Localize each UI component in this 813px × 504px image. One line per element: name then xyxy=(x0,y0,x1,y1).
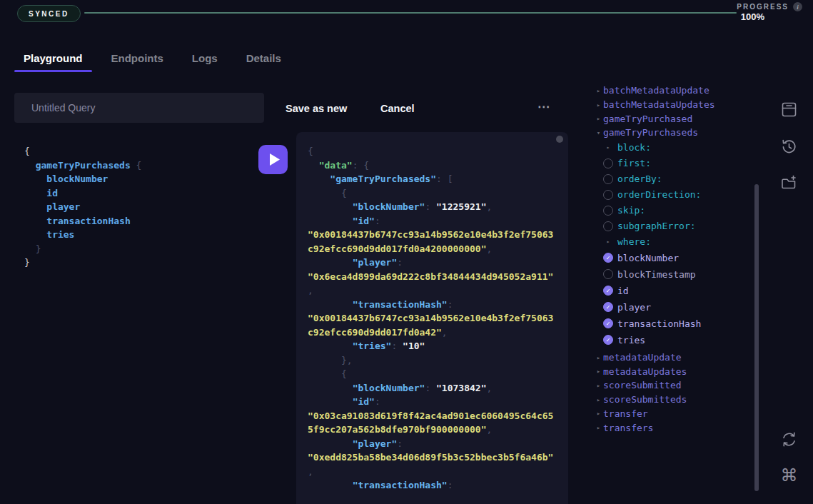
code-line: { xyxy=(308,144,561,158)
explorer-item-where[interactable]: ▸where: xyxy=(594,234,752,250)
explorer-item-label: block: xyxy=(617,142,651,153)
code-line: "player": xyxy=(308,256,561,270)
unchecked-circle-icon[interactable] xyxy=(603,221,613,231)
explorer-item-label: subgraphError: xyxy=(617,221,696,231)
explorer-item-transfer[interactable]: ▸transfer xyxy=(594,407,752,421)
explorer-item-label: player xyxy=(617,302,651,313)
unchecked-circle-icon[interactable] xyxy=(603,269,613,279)
code-line: "0x00184437b6747cc93a14b9562e10e4b3f2ef7… xyxy=(308,228,561,242)
query-history-button[interactable] xyxy=(779,137,799,156)
chevron-right-icon[interactable]: ▸ xyxy=(594,368,603,375)
code-line: , xyxy=(308,465,561,479)
explorer-item-tries[interactable]: ✓tries xyxy=(594,332,752,348)
explorer-item-block[interactable]: ▸block: xyxy=(594,140,752,156)
explorer-item-label: scoreSubmitted xyxy=(603,380,682,390)
code-line: "player": xyxy=(308,437,561,451)
more-options-button[interactable]: ⋯ xyxy=(537,99,550,114)
explorer-item-transactionHash[interactable]: ✓transactionHash xyxy=(594,316,752,332)
tab-details[interactable]: Details xyxy=(237,46,291,70)
explorer-item-id[interactable]: ✓id xyxy=(594,283,752,299)
new-collection-button[interactable] xyxy=(779,173,799,193)
explorer-item-batchMetadataUpdates[interactable]: ▸batchMetadataUpdates xyxy=(594,98,752,112)
explorer-scrollbar-thumb[interactable] xyxy=(754,184,759,491)
tab-playground[interactable]: Playground xyxy=(14,46,92,70)
chevron-right-icon[interactable]: ▸ xyxy=(594,410,603,417)
code-line: "0x00184437b6747cc93a14b9562e10e4b3f2ef7… xyxy=(308,311,561,326)
chevron-right-icon[interactable]: ▸ xyxy=(603,144,613,151)
checked-circle-icon[interactable]: ✓ xyxy=(603,302,613,312)
execute-query-button[interactable] xyxy=(258,145,288,174)
schema-explorer: ▸batchMetadataUpdate▸batchMetadataUpdate… xyxy=(594,84,752,435)
explorer-item-label: where: xyxy=(617,236,651,247)
cancel-button[interactable]: Cancel xyxy=(380,101,415,116)
unchecked-circle-icon[interactable] xyxy=(603,158,613,168)
main-tabs: PlaygroundEndpointsLogsDetails xyxy=(14,46,301,70)
explorer-item-label: transfers xyxy=(603,423,653,433)
sync-progress-bar xyxy=(84,12,737,14)
explorer-item-label: batchMetadataUpdate xyxy=(603,85,710,96)
code-line: blockNumber xyxy=(24,172,253,186)
explorer-item-orderDirection[interactable]: orderDirection: xyxy=(594,187,752,203)
checked-circle-icon[interactable]: ✓ xyxy=(603,286,613,296)
code-line: "gameTryPurchaseds": [ xyxy=(308,172,561,186)
explorer-item-label: blockTimestamp xyxy=(617,269,696,280)
explorer-item-label: transactionHash xyxy=(617,318,701,329)
explorer-item-scoreSubmitted[interactable]: ▸scoreSubmitted xyxy=(594,378,752,393)
chevron-right-icon[interactable]: ▸ xyxy=(594,382,603,389)
code-line: "0xedd825ba58be34d06d89f5b3c52bbec3b5f6a… xyxy=(308,450,561,465)
query-response-panel[interactable]: { "data": { "gameTryPurchaseds": [ { "bl… xyxy=(296,132,568,504)
chevron-right-icon[interactable]: ▸ xyxy=(594,101,603,109)
code-line: }, xyxy=(308,353,561,368)
chevron-right-icon[interactable]: ▸ xyxy=(594,115,603,122)
status-bar: SYNCED PROGRESS i 100% xyxy=(0,0,813,29)
refetch-button[interactable] xyxy=(779,430,799,449)
code-line: "data": { xyxy=(308,158,561,173)
explorer-item-batchMetadataUpdate[interactable]: ▸batchMetadataUpdate xyxy=(594,84,752,98)
explorer-item-subgraphError[interactable]: subgraphError: xyxy=(594,218,752,234)
checked-circle-icon[interactable]: ✓ xyxy=(603,253,613,263)
saved-queries-button[interactable] xyxy=(779,100,799,119)
unchecked-circle-icon[interactable] xyxy=(603,206,613,216)
explorer-item-first[interactable]: first: xyxy=(594,156,752,171)
explorer-item-skip[interactable]: skip: xyxy=(594,203,752,218)
explorer-item-orderBy[interactable]: orderBy: xyxy=(594,171,752,187)
chevron-right-icon[interactable]: ▸ xyxy=(594,87,603,94)
chevron-right-icon[interactable]: ▸ xyxy=(594,424,603,431)
explorer-item-label: id xyxy=(617,286,629,296)
info-icon[interactable]: i xyxy=(793,2,802,11)
explorer-item-transfers[interactable]: ▸transfers xyxy=(594,420,752,435)
explorer-item-blockTimestamp[interactable]: blockTimestamp xyxy=(594,266,752,283)
explorer-item-label: metadataUpdate xyxy=(603,352,682,363)
checked-circle-icon[interactable]: ✓ xyxy=(603,335,613,345)
chevron-right-icon[interactable]: ▸ xyxy=(603,238,613,245)
explorer-item-metadataUpdate[interactable]: ▸metadataUpdate xyxy=(594,351,752,365)
explorer-item-label: first: xyxy=(617,158,651,168)
graphql-query-editor[interactable]: { gameTryPurchaseds { blockNumber id pla… xyxy=(24,144,253,270)
code-line: } xyxy=(24,242,253,256)
explorer-item-scoreSubmitteds[interactable]: ▸scoreSubmitteds xyxy=(594,393,752,407)
code-line: "0x6eca4d899da69d222c8bf34844434d945052a… xyxy=(308,270,561,284)
query-name-input[interactable] xyxy=(14,93,264,123)
tab-endpoints[interactable]: Endpoints xyxy=(102,46,173,70)
chevron-down-icon[interactable]: ▾ xyxy=(594,129,603,136)
code-line: "transactionHash": xyxy=(308,298,561,312)
explorer-item-player[interactable]: ✓player xyxy=(594,299,752,316)
explorer-item-blockNumber[interactable]: ✓blockNumber xyxy=(594,250,752,266)
explorer-item-metadataUpdates[interactable]: ▸metadataUpdates xyxy=(594,364,752,378)
tab-logs[interactable]: Logs xyxy=(183,46,227,70)
keyboard-shortcuts-button[interactable]: ⌘ xyxy=(779,466,799,485)
code-line: gameTryPurchaseds { xyxy=(24,158,253,173)
chevron-right-icon[interactable]: ▸ xyxy=(594,396,603,403)
save-as-new-button[interactable]: Save as new xyxy=(286,101,347,116)
chevron-right-icon[interactable]: ▸ xyxy=(594,354,603,361)
code-line: { xyxy=(308,367,561,381)
code-line: "id": xyxy=(308,395,561,409)
unchecked-circle-icon[interactable] xyxy=(603,190,613,200)
checked-circle-icon[interactable]: ✓ xyxy=(603,318,613,328)
explorer-item-label: skip: xyxy=(617,205,645,216)
unchecked-circle-icon[interactable] xyxy=(603,174,613,184)
code-line: { xyxy=(308,186,561,201)
explorer-item-gameTryPurchased[interactable]: ▸gameTryPurchased xyxy=(594,111,752,126)
explorer-item-label: gameTryPurchased xyxy=(603,114,692,124)
explorer-item-gameTryPurchaseds[interactable]: ▾gameTryPurchaseds xyxy=(594,126,752,140)
